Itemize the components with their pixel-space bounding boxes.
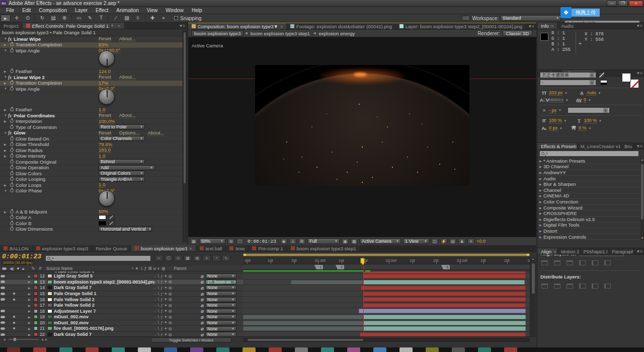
- stopwatch-icon[interactable]: [10, 177, 14, 181]
- timeline-tool-1-icon[interactable]: ⬡: [165, 255, 173, 261]
- expand-arrow-icon[interactable]: ▶: [539, 159, 543, 163]
- preset-category[interactable]: ▶Digital Film Tools: [537, 223, 641, 229]
- taskbar-app-icon-12[interactable]: [321, 347, 334, 352]
- layer-duration-bar[interactable]: [359, 309, 526, 313]
- tool-9-icon[interactable]: ∕: [111, 15, 121, 22]
- tool-3-icon[interactable]: ↻: [37, 15, 47, 22]
- menu-edit[interactable]: Edit: [18, 8, 35, 13]
- options-link[interactable]: Options...: [119, 130, 140, 136]
- toggle-switches-modes-button[interactable]: Toggle Switches / Modes: [151, 337, 231, 342]
- horizontal-scale-value[interactable]: 100 %: [584, 118, 597, 123]
- effects-search-input[interactable]: ▼: [539, 151, 639, 157]
- fill-color-swatch[interactable]: [622, 73, 631, 82]
- track-row[interactable]: [243, 308, 530, 314]
- align-icon-0[interactable]: [541, 260, 548, 265]
- preset-category[interactable]: ▶CINEMA 4D: [537, 193, 641, 199]
- property-value[interactable]: 183.0: [99, 147, 111, 153]
- expand-arrow-icon[interactable]: ▼: [4, 189, 8, 192]
- pixel-aspect-icon[interactable]: ◫: [431, 238, 438, 244]
- expand-arrow-icon[interactable]: ▶: [4, 69, 8, 73]
- stopwatch-icon[interactable]: [10, 166, 14, 169]
- taskbar-app-icon-15[interactable]: [399, 347, 413, 352]
- workspace-select[interactable]: Standard▼: [501, 15, 561, 21]
- eyedropper-icon[interactable]: [108, 221, 115, 226]
- timeline-tool-4-icon[interactable]: ◍: [193, 255, 201, 261]
- tool-6-icon[interactable]: ▭: [74, 15, 84, 22]
- property-value[interactable]: 1.0: [99, 182, 105, 188]
- parent-select[interactable]: None▼: [205, 303, 236, 308]
- stopwatch-icon[interactable]: [10, 222, 14, 225]
- effect-property-row[interactable]: Glow ColorsOriginal Colors▼: [0, 171, 183, 177]
- expand-arrow-icon[interactable]: ▼: [4, 131, 8, 134]
- baseline-shift-value[interactable]: 0 px: [549, 125, 557, 131]
- scroll-up-icon[interactable]: ▲: [640, 158, 644, 162]
- label-color-swatch[interactable]: [34, 315, 38, 319]
- source-name-column[interactable]: Source Name: [46, 266, 72, 271]
- track-row[interactable]: [243, 332, 530, 336]
- effect-property-row[interactable]: ▼Wipe Angle0x+0.0°: [0, 86, 183, 92]
- layer-duration-bar[interactable]: [291, 280, 363, 285]
- label-color-swatch[interactable]: [34, 280, 38, 284]
- property-dropdown[interactable]: Rect to Polar▼: [99, 124, 145, 129]
- align-icon-1[interactable]: [554, 260, 560, 265]
- expand-arrow-icon[interactable]: ▶: [539, 229, 543, 233]
- preset-category[interactable]: ▶Color Correction: [537, 199, 641, 205]
- distribute-icon-0[interactable]: [541, 284, 548, 289]
- tool-7-icon[interactable]: ✎: [85, 15, 95, 22]
- effect-property-row[interactable]: Color A: [0, 215, 183, 221]
- stopwatch-icon[interactable]: [10, 87, 14, 91]
- parent-select[interactable]: None▼: [205, 320, 236, 325]
- tab-viewer-1[interactable]: Footage: explosion dust&shatter (00042).…: [287, 23, 396, 29]
- tool-13-icon[interactable]: ⌖: [158, 15, 169, 22]
- breadcrumb-item-0[interactable]: boom explosion type3: [191, 30, 244, 36]
- expand-arrow-icon[interactable]: ▶: [539, 212, 543, 215]
- effect-property-row[interactable]: Glow OperationAdd▼: [0, 165, 183, 171]
- about-link[interactable]: About...: [119, 36, 136, 42]
- layer-duration-bar[interactable]: [363, 326, 526, 331]
- taskbar-app-icon-19[interactable]: [504, 347, 517, 352]
- video-toggle[interactable]: [0, 298, 6, 301]
- label-color-swatch[interactable]: [34, 326, 38, 330]
- tool-4-icon[interactable]: ▤: [48, 15, 58, 22]
- taskbar-app-icon-1[interactable]: [33, 347, 46, 352]
- scrollbar[interactable]: [183, 31, 187, 242]
- video-toggle[interactable]: [0, 280, 6, 283]
- property-dropdown[interactable]: Color Channels▼: [99, 136, 145, 141]
- layer-switches[interactable]: ‑ ∖ ƒ ✦ ◍: [154, 292, 201, 296]
- layer-row[interactable]: ▶19mDust_002.mov‑ ∖ ƒ ✦ ◍⌀None▼: [0, 314, 243, 320]
- expand-arrow-icon[interactable]: ▶: [539, 177, 543, 180]
- layer-switches[interactable]: ‑ ∖ ƒ ✦ ◍: [154, 326, 201, 331]
- about-link[interactable]: About...: [119, 74, 136, 80]
- taskbar-app-icon-5[interactable]: [138, 347, 151, 352]
- timeline-tool-7-icon[interactable]: ∿: [222, 255, 230, 261]
- taskbar-app-icon-7[interactable]: [190, 347, 203, 352]
- effect-property-row[interactable]: ▶Transition Completion83%: [0, 42, 183, 48]
- reset-link[interactable]: Reset: [99, 74, 111, 80]
- tab-comp-0[interactable]: BALLON: [0, 245, 33, 251]
- marker-row[interactable]: 123: [243, 264, 530, 270]
- panel-menu-icon[interactable]: ▼≡: [634, 248, 644, 254]
- track-row[interactable]: [243, 285, 530, 291]
- expand-arrow-icon[interactable]: ▶: [539, 165, 543, 168]
- panel-menu-icon[interactable]: ▼≡: [634, 143, 644, 149]
- taskbar-app-icon-11[interactable]: [295, 347, 308, 352]
- taskbar-app-icon-13[interactable]: [347, 347, 360, 352]
- effect-property-row[interactable]: Color LoopingTriangle A>B>A▼: [0, 177, 183, 183]
- expand-arrow-icon[interactable]: ▶: [4, 183, 8, 187]
- tool-5-icon[interactable]: ⊕: [59, 15, 69, 22]
- snapshot-icon[interactable]: ◉: [280, 238, 287, 244]
- parent-select[interactable]: None▼: [205, 273, 236, 278]
- layer-switches[interactable]: ‑ ∖ ƒ ✦ ◍: [154, 303, 201, 308]
- about-link[interactable]: About...: [148, 130, 165, 136]
- property-dropdown[interactable]: Triangle A>B>A▼: [99, 177, 145, 182]
- expand-arrow-icon[interactable]: ▶: [4, 149, 8, 152]
- chevron-down-icon[interactable]: ▼: [274, 23, 278, 29]
- layer-row[interactable]: ▶18Adjustment Layer 7‑ ∖ ƒ ✦ ◍⌀None▼: [0, 308, 243, 314]
- transparency-grid-icon[interactable]: ▩: [351, 238, 358, 244]
- scrollbar[interactable]: [640, 158, 644, 240]
- font-family-select[interactable]: 方正卡通简体▼: [540, 72, 596, 78]
- layer-row[interactable]: ▶13boom explosion type3 step2_[00001-001…: [0, 279, 243, 286]
- effect-property-row[interactable]: Glow DimensionsHorizontal and Vertical▼: [0, 227, 183, 233]
- tab-viewer-2[interactable]: Layer: boom explosion type3 step2_[00001…: [396, 23, 526, 29]
- angle-dial-knob[interactable]: [99, 190, 115, 206]
